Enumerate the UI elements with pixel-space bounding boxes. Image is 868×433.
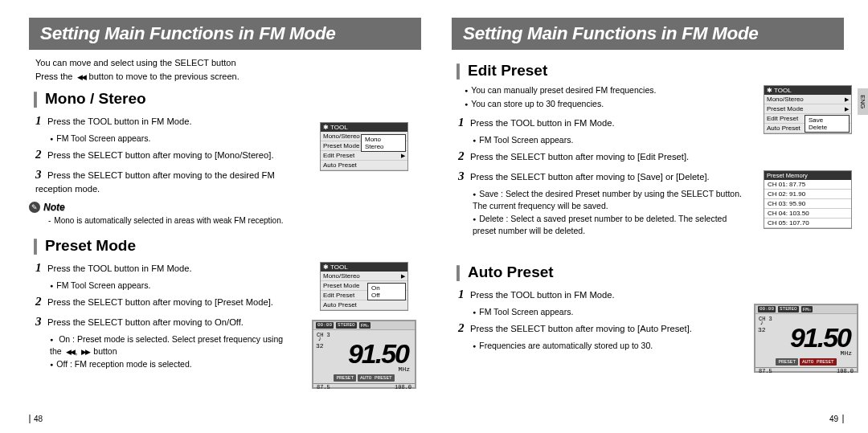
edit-preset-steps: You can manually preset desired FM frequ… xyxy=(458,84,747,237)
page-number-49: 49 xyxy=(829,415,844,423)
language-tab: ENG xyxy=(858,88,868,115)
page-49: Setting Main Functions in FM Mode Edit P… xyxy=(434,0,868,433)
radio-screen-preset: 00:00 STEREO FM☆ CH 3 ♪32 91.50 MHz PRES… xyxy=(312,320,416,389)
mono-stereo-steps: 1Press the TOOL button in FM Mode. FM To… xyxy=(35,112,293,195)
note-text: Mono is automatically selected in areas … xyxy=(48,216,313,225)
preset-popup: On Off xyxy=(367,283,406,300)
page-number-48: 48 xyxy=(29,415,43,423)
tool-screen-mono: ✱TOOL Mono/Stereo▶ Preset Mode▶ Edit Pre… xyxy=(320,122,408,171)
tool-icon: ✱ xyxy=(323,124,329,131)
note-label: Note xyxy=(43,202,65,213)
next-icon: ▶▶ xyxy=(81,347,89,357)
intro-block: You can move and select using the SELECT… xyxy=(35,56,421,83)
edit-popup: Save Delete xyxy=(805,115,850,133)
heading-mono-stereo: Mono / Stereo xyxy=(29,89,421,108)
page-title-right: Setting Main Functions in FM Mode xyxy=(452,18,844,50)
note-row: ✎ Note xyxy=(29,202,421,213)
mono-stereo-popup: Mono Stereo xyxy=(361,134,406,152)
preset-memory-screen: Preset Memory CH 01: 87.75 CH 02: 91.90 … xyxy=(764,170,852,229)
preset-on-sub: On : Preset mode is selected. Select pre… xyxy=(50,333,293,357)
heading-auto-preset: Auto Preset xyxy=(452,263,844,281)
page-title-left: Setting Main Functions in FM Mode xyxy=(29,18,421,50)
preset-mode-steps: 1Press the TOOL button in FM Mode. FM To… xyxy=(35,259,293,370)
auto-preset-steps: 1Press the TOOL button in FM Mode. FM To… xyxy=(458,286,747,351)
rewind-icon: ◀◀ xyxy=(77,72,85,84)
prev-icon: ◀◀ xyxy=(66,347,74,357)
intro-line1: You can move and select using the SELECT… xyxy=(35,56,421,70)
note-icon: ✎ xyxy=(29,202,40,213)
radio-screen-auto: 00:00 STEREO FM☆ CH 3 ♪32 91.50 MHz PRES… xyxy=(754,304,858,373)
heading-edit-preset: Edit Preset xyxy=(452,61,844,80)
intro-line2: Press the ◀◀ button to move to the previ… xyxy=(35,70,421,84)
heading-preset-mode: Preset Mode xyxy=(29,236,421,255)
tool-screen-edit: ✱TOOL Mono/Stereo▶ Preset Mode▶ Edit Pre… xyxy=(764,85,852,134)
tool-screen-preset: ✱TOOL Mono/Stereo▶ Preset Mode▶ Edit Pre… xyxy=(320,262,408,311)
page-48: Setting Main Functions in FM Mode You ca… xyxy=(0,0,434,433)
